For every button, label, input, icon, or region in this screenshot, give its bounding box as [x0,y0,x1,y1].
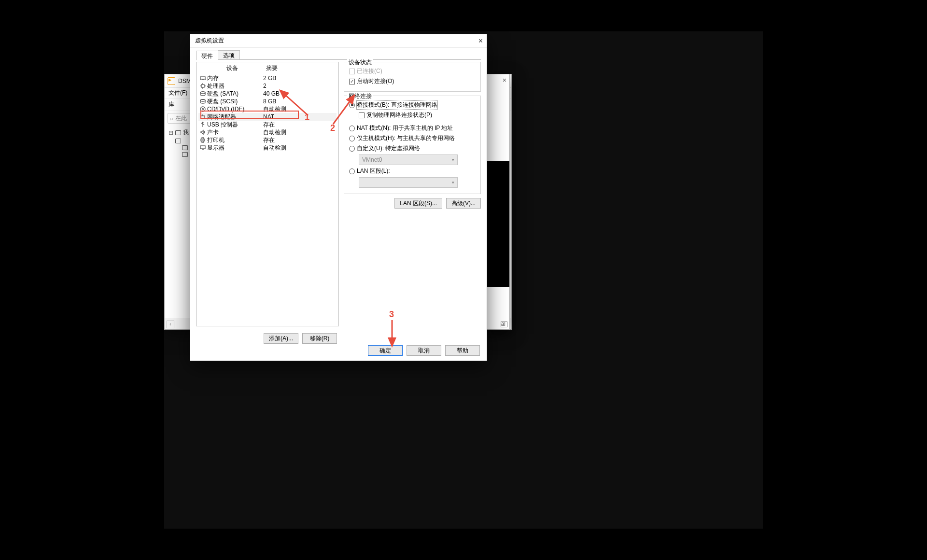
lansegment-radio[interactable] [349,168,355,174]
hostonly-radio[interactable] [349,136,355,141]
connect-at-poweron-row[interactable]: 启动时连接(O) [349,76,476,86]
bridged-label: 桥接模式(B): 直接连接物理网络 [357,101,437,109]
tree-root-label[interactable]: 我 [183,128,189,137]
custom-label: 自定义(U): 特定虚拟网络 [357,144,420,153]
svg-rect-0 [200,77,205,79]
device-row-disk[interactable]: 硬盘 (SATA)40 GB [198,90,337,98]
svg-point-11 [200,99,205,101]
add-device-button[interactable]: 添加(A)... [264,333,298,344]
tab-hardware[interactable]: 硬件 [196,51,218,60]
cpu-icon [199,83,206,89]
nat-radio[interactable] [349,126,355,131]
close-icon[interactable]: × [503,76,506,84]
nat-radio-row[interactable]: NAT 模式(N): 用于共享主机的 IP 地址 [349,123,476,133]
scroll-left-icon[interactable]: ‹ [167,321,174,328]
device-name: 硬盘 (SCSI) [207,98,263,106]
device-summary: NAT [263,113,336,120]
svg-point-10 [200,92,205,94]
settings-tabstrip: 硬件 选项 [196,49,481,60]
svg-rect-5 [201,84,204,87]
svg-rect-22 [202,141,204,142]
device-row-disk[interactable]: 硬盘 (SCSI)8 GB [198,98,337,105]
device-name: 网络适配器 [207,113,263,121]
svg-rect-14 [201,116,205,118]
custom-vmnet-select: VMnet0 ▾ [359,154,458,165]
lan-segments-button[interactable]: LAN 区段(S)... [394,198,442,209]
disk-icon [199,98,206,104]
connect-at-poweron-label: 启动时连接(O) [357,77,394,85]
device-name: 内存 [207,74,263,83]
svg-point-13 [202,109,204,110]
advanced-button[interactable]: 高级(V)... [446,198,481,209]
device-name: USB 控制器 [207,121,263,129]
search-icon: ⌕ [170,115,173,121]
device-summary: 存在 [263,121,336,129]
usb-icon [199,122,206,127]
replicate-label: 复制物理网络连接状态(P) [366,111,432,119]
vm-icon [175,139,181,143]
svg-rect-21 [202,138,204,139]
connected-label: 已连接(C) [357,67,382,75]
hostonly-label: 仅主机模式(H): 与主机共享的专用网络 [357,134,455,142]
bridged-radio[interactable] [349,102,355,108]
ok-button[interactable]: 确定 [368,345,403,356]
vm-icon [182,145,188,150]
device-row-cd[interactable]: CD/DVD (IDE)自动检测 [198,105,337,113]
network-connection-group: 桥接模式(B): 直接连接物理网络 复制物理网络连接状态(P) NAT 模式(N… [344,96,481,194]
device-row-sound[interactable]: 声卡自动检测 [198,128,337,136]
sound-icon [199,129,206,135]
device-summary: 自动检测 [263,105,336,113]
memory-icon [199,75,206,81]
replicate-checkbox-row[interactable]: 复制物理网络连接状态(P) [349,110,476,120]
tab-options[interactable]: 选项 [218,50,240,60]
device-name: 声卡 [207,128,263,137]
vmware-logo-icon [168,77,175,85]
printer-icon [199,137,206,143]
custom-radio[interactable] [349,146,355,152]
replicate-checkbox[interactable] [359,112,365,118]
annotation-number-2: 2 [330,123,335,133]
device-list-panel: 设备 摘要 内存2 GB处理器2硬盘 (SATA)40 GB硬盘 (SCSI)8… [196,62,339,326]
connected-checkbox-row: 已连接(C) [349,66,476,76]
device-row-net[interactable]: 网络适配器NAT [198,113,337,121]
svg-point-19 [202,122,203,123]
device-row-usb[interactable]: USB 控制器存在 [198,121,337,128]
device-summary: 40 GB [263,90,336,97]
device-status-group: 已连接(C) 启动时连接(O) [344,62,481,92]
vmware-right-panel: × al [487,74,510,330]
device-row-printer[interactable]: 打印机存在 [198,136,337,144]
status-icon [501,322,507,327]
device-list-header: 设备 摘要 [197,62,338,74]
display-icon [199,145,206,151]
device-row-memory[interactable]: 内存2 GB [198,74,337,82]
custom-vmnet-value: VMnet0 [362,156,382,163]
menu-file[interactable]: 文件(F) [169,89,187,97]
summary-col-header: 摘要 [264,64,335,72]
net-icon [199,114,206,120]
custom-radio-row[interactable]: 自定义(U): 特定虚拟网络 [349,143,476,154]
help-button[interactable]: 帮助 [445,345,480,356]
device-row-cpu[interactable]: 处理器2 [198,82,337,90]
device-detail-panel: 已连接(C) 启动时连接(O) 桥接模式(B): 直接连接物理网络 [344,62,481,326]
dialog-title: 虚拟机设置 [195,37,224,45]
nat-label: NAT 模式(N): 用于共享主机的 IP 地址 [357,124,453,132]
disk-icon [199,91,206,97]
device-row-display[interactable]: 显示器自动检测 [198,144,337,152]
lansegment-select: ▾ [359,177,458,188]
bridged-radio-row[interactable]: 桥接模式(B): 直接连接物理网络 [349,100,476,110]
cancel-button[interactable]: 取消 [407,345,441,356]
vmware-window-title: DSM [178,78,191,84]
lansegment-radio-row[interactable]: LAN 区段(L): [349,166,476,176]
dialog-close-button[interactable]: × [478,37,483,45]
tree-collapse-icon[interactable]: ⊟ [169,129,173,136]
device-name: 硬盘 (SATA) [207,90,263,98]
dialog-titlebar: 虚拟机设置 × [190,34,487,48]
device-summary: 8 GB [263,98,336,105]
device-list[interactable]: 内存2 GB处理器2硬盘 (SATA)40 GB硬盘 (SCSI)8 GBCD/… [197,74,338,152]
remove-device-button[interactable]: 移除(R) [302,333,337,344]
device-summary: 存在 [263,136,336,144]
hostonly-radio-row[interactable]: 仅主机模式(H): 与主机共享的专用网络 [349,133,476,143]
device-col-header: 设备 [200,64,264,72]
connect-at-poweron-checkbox[interactable] [349,79,355,84]
chevron-down-icon: ▾ [452,180,454,185]
